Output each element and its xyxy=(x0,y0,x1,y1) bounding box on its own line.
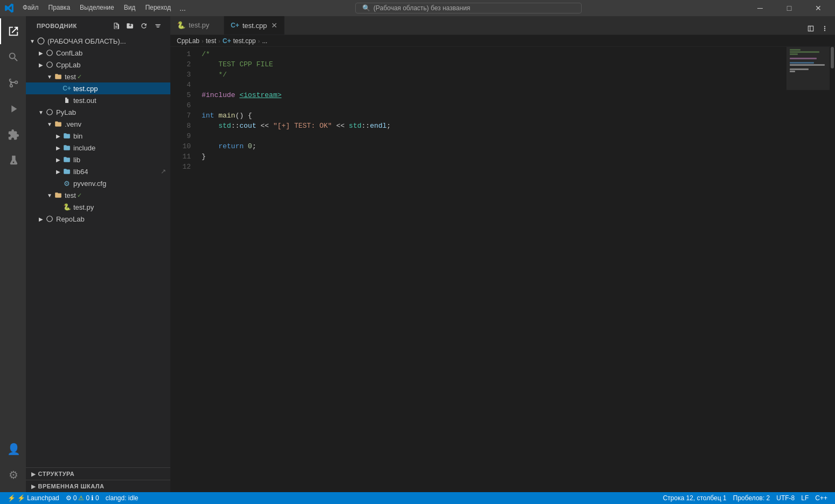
launchpad-label: ⚡ Launchpad xyxy=(17,494,59,502)
menu-bar: Файл Правка Выделение Вид Переход ... xyxy=(18,3,189,13)
conflab-icon xyxy=(45,49,54,57)
activity-source-control[interactable] xyxy=(0,70,26,96)
workspace-arrow: ▼ xyxy=(28,35,37,47)
tree-lib[interactable]: ▶ lib xyxy=(26,154,170,165)
breadcrumb-file[interactable]: test.cpp xyxy=(233,37,256,45)
test-py-folder-icon xyxy=(54,191,63,199)
breadcrumb-cpp-icon: C+ xyxy=(223,37,231,45)
structure-arrow: ▶ xyxy=(31,471,36,477)
status-encoding[interactable]: UTF-8 xyxy=(773,492,798,504)
test-cpp-icon: C+ xyxy=(63,84,71,93)
status-eol[interactable]: LF xyxy=(798,492,812,504)
activity-test[interactable] xyxy=(0,148,26,174)
refresh-icon[interactable] xyxy=(138,20,150,32)
bin-icon xyxy=(63,132,71,140)
breadcrumb-sep-3: › xyxy=(258,38,260,44)
search-container: 🔍 (Рабочая область) без названия xyxy=(194,3,743,13)
tab-test-cpp[interactable]: C+ test.cpp ✕ xyxy=(224,16,285,34)
status-launchpad[interactable]: ⚡ ⚡ Launchpad xyxy=(4,492,63,504)
code-line-7: int main() { xyxy=(202,111,786,121)
activity-account[interactable]: 👤 xyxy=(0,436,26,462)
tree-repolab[interactable]: ▶ RepoLab xyxy=(26,213,170,225)
info-count: 0 xyxy=(95,494,99,502)
tree-include[interactable]: ▶ include xyxy=(26,142,170,154)
code-line-8: std::cout << "[+] TEST: OK" << std::endl… xyxy=(202,121,786,131)
tab-test-py[interactable]: 🐍 test.py xyxy=(170,16,224,34)
include-icon xyxy=(63,143,71,152)
tree-test-py[interactable]: 🐍 test.py xyxy=(26,201,170,213)
conflab-arrow: ▶ xyxy=(37,47,45,59)
tree-pyvenv[interactable]: ⚙ pyvenv.cfg xyxy=(26,177,170,189)
code-line-10: return 0; xyxy=(202,141,786,151)
editor-scrollbar[interactable] xyxy=(830,47,835,492)
status-clangd[interactable]: clangd: idle xyxy=(102,492,142,504)
split-editor-btn[interactable] xyxy=(805,23,817,34)
activity-explorer[interactable] xyxy=(0,18,26,44)
errors-count: 0 xyxy=(73,494,77,502)
minimize-button[interactable]: ─ xyxy=(748,0,772,16)
breadcrumb-cpplab[interactable]: CppLab xyxy=(177,37,199,45)
subpanel-timeline-header[interactable]: ▶ ВРЕМЕННАЯ ШКАЛА xyxy=(26,480,170,492)
activity-run[interactable] xyxy=(0,96,26,122)
menu-more[interactable]: ... xyxy=(176,3,189,13)
tree-conflab[interactable]: ▶ ConfLab xyxy=(26,47,170,59)
tree-test-py-label: test.py xyxy=(73,203,94,211)
tree-cpplab[interactable]: ▶ CppLab xyxy=(26,59,170,71)
menu-selection[interactable]: Выделение xyxy=(75,3,119,13)
breadcrumb: CppLab › test › C+ test.cpp › ... xyxy=(170,35,835,47)
activity-extensions[interactable] xyxy=(0,122,26,148)
breadcrumb-more[interactable]: ... xyxy=(262,37,267,45)
tree-venv[interactable]: ▼ .venv xyxy=(26,118,170,130)
activity-search[interactable] xyxy=(0,44,26,70)
close-button[interactable]: ✕ xyxy=(806,0,831,16)
breadcrumb-test[interactable]: test xyxy=(206,37,216,45)
new-file-icon[interactable] xyxy=(110,20,122,32)
code-editor[interactable]: /* TEST CPP FILE */ #include <iostream> … xyxy=(197,47,786,492)
editor-area: 🐍 test.py C+ test.cpp ✕ CppLab › test xyxy=(170,16,835,492)
main-layout: 👤 ⚙ ПРОВОДНИК xyxy=(0,16,835,492)
tree-lib64[interactable]: ▶ lib64 ↗ xyxy=(26,165,170,177)
bin-arrow: ▶ xyxy=(54,130,63,142)
tree-test-out[interactable]: test.out xyxy=(26,94,170,106)
more-actions-btn[interactable] xyxy=(819,23,831,34)
status-language[interactable]: C++ xyxy=(812,492,831,504)
collapse-all-icon[interactable] xyxy=(152,20,164,32)
new-folder-icon[interactable] xyxy=(124,20,136,32)
status-position[interactable]: Строка 12, столбец 1 xyxy=(660,492,730,504)
menu-goto[interactable]: Переход xyxy=(141,3,175,13)
tree-pylab[interactable]: ▼ PyLab xyxy=(26,106,170,118)
subpanel-timeline: ▶ ВРЕМЕННАЯ ШКАЛА xyxy=(26,480,170,492)
code-line-1: /* xyxy=(202,49,786,59)
tree-test-folder[interactable]: ▼ test ✓ xyxy=(26,71,170,82)
tree-bin-label: bin xyxy=(73,132,82,140)
tab-test-cpp-icon: C+ xyxy=(231,22,239,29)
lib-arrow: ▶ xyxy=(54,154,63,165)
activity-bottom: 👤 ⚙ xyxy=(0,436,26,492)
pylab-arrow: ▼ xyxy=(37,106,45,118)
menu-edit[interactable]: Правка xyxy=(44,3,75,13)
tree-workspace[interactable]: ▼ (РАБОЧАЯ ОБЛАСТЬ)... xyxy=(26,35,170,47)
activity-settings[interactable]: ⚙ xyxy=(0,462,26,488)
status-spaces[interactable]: Пробелов: 2 xyxy=(730,492,774,504)
search-placeholder: (Рабочая область) без названия xyxy=(374,4,470,12)
tree-test-py-folder[interactable]: ▼ test ✓ xyxy=(26,189,170,201)
editor-content: 1 2 3 4 5 6 7 8 9 10 11 12 /* TEST CPP F… xyxy=(170,47,835,492)
breadcrumb-sep-2: › xyxy=(218,38,220,44)
search-box[interactable]: 🔍 (Рабочая область) без названия xyxy=(355,3,582,13)
spaces-label: Пробелов: 2 xyxy=(733,494,770,502)
menu-file[interactable]: Файл xyxy=(18,3,43,13)
maximize-button[interactable]: □ xyxy=(777,0,802,16)
tree-test-cpp[interactable]: C+ test.cpp xyxy=(26,82,170,94)
launchpad-icon: ⚡ xyxy=(8,494,16,502)
sidebar-header: ПРОВОДНИК xyxy=(26,16,170,35)
tree-bin[interactable]: ▶ bin xyxy=(26,130,170,142)
menu-view[interactable]: Вид xyxy=(120,3,140,13)
tree-test-folder-label: test xyxy=(65,73,76,81)
subpanel-structure-header[interactable]: ▶ СТРУКТУРА xyxy=(26,468,170,480)
tree-conflab-label: ConfLab xyxy=(56,49,82,57)
status-errors[interactable]: ⚙ 0 ⚠ 0 ℹ 0 xyxy=(63,492,102,504)
tab-close-button[interactable]: ✕ xyxy=(270,21,279,30)
breadcrumb-sep-1: › xyxy=(202,38,204,44)
tree-pylab-label: PyLab xyxy=(56,108,76,116)
code-line-4 xyxy=(202,80,786,90)
